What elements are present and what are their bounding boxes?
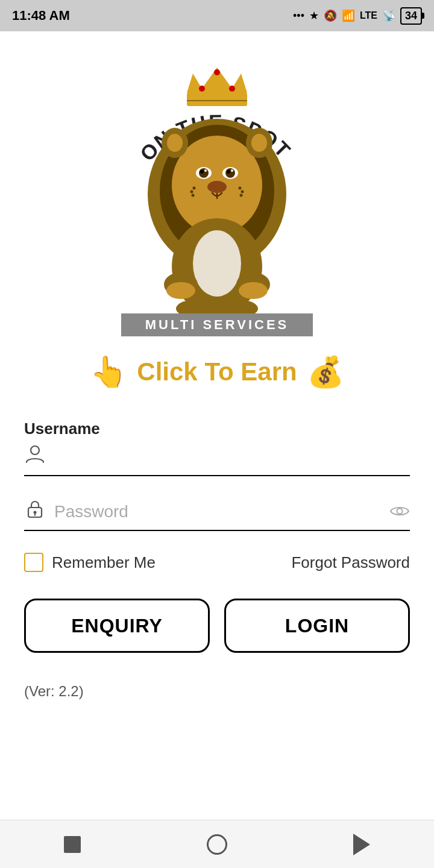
dots-icon: •••	[293, 10, 304, 22]
logo-container: ON THE SPOT	[121, 49, 313, 336]
lock-icon	[24, 498, 46, 525]
login-form: Username	[24, 420, 410, 700]
svg-point-17	[225, 168, 235, 178]
nav-home-button[interactable]	[204, 831, 230, 858]
hand-pointer-icon: 👆	[90, 354, 127, 389]
user-icon	[24, 443, 46, 470]
wifi-icon: 📡	[382, 9, 395, 22]
svg-point-19	[227, 170, 230, 174]
svg-point-28	[241, 190, 244, 193]
circle-icon	[207, 834, 227, 855]
svg-point-16	[199, 168, 209, 178]
lte-icon: LTE	[360, 10, 377, 21]
forgot-password-link[interactable]: Forgot Password	[291, 553, 410, 572]
app-logo: ON THE SPOT	[121, 49, 313, 315]
svg-point-5	[229, 86, 235, 92]
remember-me-checkbox[interactable]	[24, 553, 43, 572]
svg-point-25	[190, 190, 193, 193]
action-buttons-row: ENQUIRY LOGIN	[24, 599, 410, 653]
svg-point-34	[166, 282, 195, 299]
svg-point-24	[193, 187, 196, 190]
remember-me-section: Remember Me	[24, 553, 156, 572]
svg-point-42	[397, 508, 403, 514]
svg-point-20	[204, 169, 207, 172]
multi-services-banner: MULTI SERVICES	[121, 313, 313, 336]
svg-point-21	[231, 169, 233, 172]
password-visibility-toggle[interactable]	[389, 502, 410, 522]
bottom-nav-bar	[0, 820, 434, 868]
svg-rect-1	[187, 93, 247, 106]
nav-square-button[interactable]	[59, 831, 86, 858]
signal-icon: 📶	[342, 9, 355, 22]
svg-point-4	[214, 69, 220, 75]
money-bag-icon: 💰	[307, 354, 344, 389]
svg-point-26	[192, 194, 195, 197]
svg-point-27	[239, 187, 242, 190]
svg-point-3	[199, 86, 205, 92]
click-to-earn-row[interactable]: 👆 Click To Earn 💰	[90, 354, 344, 389]
username-input-row	[24, 443, 410, 476]
remember-me-label: Remember Me	[52, 553, 156, 572]
svg-point-13	[251, 134, 267, 152]
svg-point-38	[31, 446, 39, 454]
click-to-earn-text: Click To Earn	[137, 357, 297, 386]
version-text: (Ver: 2.2)	[24, 683, 410, 700]
svg-point-29	[240, 194, 243, 197]
back-arrow-icon	[353, 834, 370, 855]
status-time: 11:48 AM	[12, 8, 70, 24]
status-bar: 11:48 AM ••• ★ 🔕 📶 LTE 📡 34	[0, 0, 434, 31]
svg-point-22	[207, 181, 227, 193]
svg-point-12	[167, 134, 183, 152]
battery-indicator: 34	[400, 7, 422, 25]
remember-forgot-row: Remember Me Forgot Password	[24, 553, 410, 572]
svg-point-35	[239, 282, 268, 299]
status-icons: ••• ★ 🔕 📶 LTE 📡 34	[293, 7, 422, 25]
multi-services-text: MULTI SERVICES	[145, 317, 289, 332]
bluetooth-icon: ★	[309, 9, 319, 22]
login-button[interactable]: LOGIN	[224, 599, 410, 653]
username-input[interactable]	[54, 445, 410, 469]
mute-icon: 🔕	[324, 9, 337, 22]
password-input-row	[24, 498, 410, 531]
square-icon	[64, 836, 81, 853]
enquiry-button[interactable]: ENQUIRY	[24, 599, 210, 653]
svg-point-31	[193, 230, 241, 297]
svg-point-18	[200, 170, 204, 174]
main-content: ON THE SPOT	[0, 31, 434, 820]
nav-back-button[interactable]	[348, 831, 375, 858]
username-label: Username	[24, 420, 410, 438]
password-input[interactable]	[54, 500, 389, 524]
